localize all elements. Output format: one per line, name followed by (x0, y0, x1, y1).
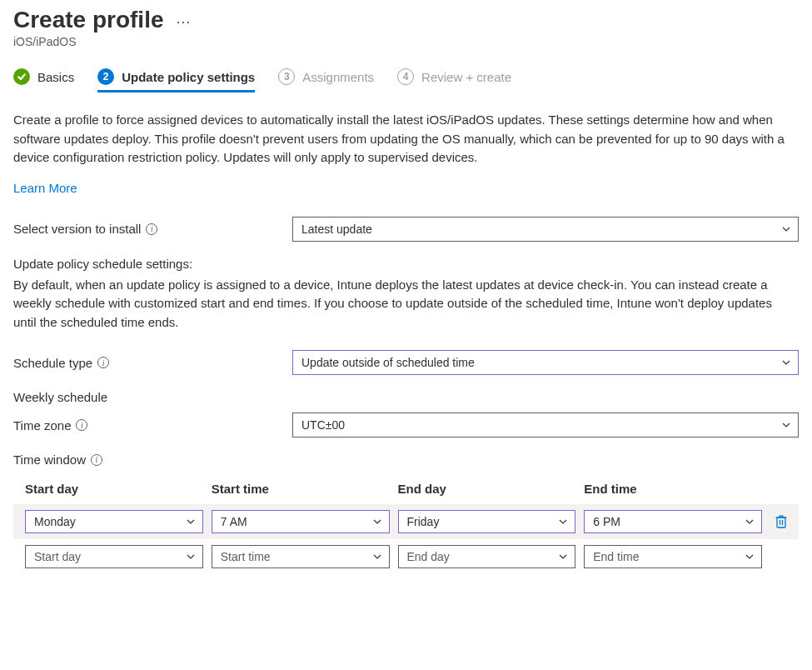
label-text: Time window (13, 452, 86, 467)
chevron-down-icon (781, 420, 791, 430)
info-icon[interactable]: i (97, 357, 109, 368)
select-value: 6 PM (593, 515, 620, 528)
select-placeholder: End time (593, 550, 639, 563)
schedule-settings-title: Update policy schedule settings: (13, 257, 799, 271)
tab-label: Review + create (421, 70, 511, 84)
select-value: Monday (34, 515, 76, 528)
tab-update-policy-settings[interactable]: 2 Update policy settings (97, 68, 255, 92)
chevron-down-icon (558, 517, 568, 527)
trash-icon (775, 514, 788, 529)
label-text: Select version to install (13, 222, 141, 236)
select-value: Latest update (301, 222, 372, 236)
select-placeholder: End day (407, 550, 450, 563)
chevron-down-icon (745, 552, 755, 562)
step-number-icon: 4 (397, 68, 414, 85)
check-icon (13, 68, 30, 85)
info-icon[interactable]: i (146, 223, 157, 235)
select-placeholder: Start time (221, 550, 271, 563)
more-actions-icon[interactable]: ⋯ (176, 9, 192, 31)
tab-label: Assignments (302, 70, 374, 84)
svg-rect-0 (777, 518, 785, 528)
tab-review-create[interactable]: 4 Review + create (397, 68, 511, 92)
info-icon[interactable]: i (91, 454, 102, 466)
label-text: Time zone (13, 418, 71, 432)
tab-assignments[interactable]: 3 Assignments (278, 68, 374, 92)
time-zone-dropdown[interactable]: UTC±00 (292, 412, 799, 438)
start-day-dropdown[interactable]: Start day (25, 545, 203, 568)
delete-row-button[interactable] (775, 514, 788, 529)
time-zone-label: Time zone i (13, 418, 292, 432)
select-value: Friday (407, 515, 440, 528)
start-time-dropdown[interactable]: Start time (212, 545, 390, 568)
page-title: Create profile (13, 7, 164, 33)
start-time-dropdown[interactable]: 7 AM (212, 510, 390, 533)
table-row: Start day Start time End day End time (13, 539, 799, 574)
info-icon[interactable]: i (76, 419, 87, 431)
time-window-table: Start day Start time End day End time Mo… (13, 482, 799, 574)
chevron-down-icon (372, 517, 382, 527)
chevron-down-icon (781, 224, 791, 234)
select-value: Update outside of scheduled time (301, 356, 475, 369)
tab-label: Basics (37, 70, 74, 84)
chevron-down-icon (186, 517, 196, 527)
select-value: UTC±00 (301, 418, 345, 432)
start-day-dropdown[interactable]: Monday (25, 510, 203, 533)
schedule-type-dropdown[interactable]: Update outside of scheduled time (292, 350, 799, 375)
end-day-dropdown[interactable]: Friday (398, 510, 576, 533)
chevron-down-icon (745, 517, 755, 527)
end-time-dropdown[interactable]: End time (584, 545, 762, 568)
col-header-end-time: End time (584, 482, 762, 496)
step-number-icon: 2 (97, 68, 114, 85)
end-day-dropdown[interactable]: End day (398, 545, 576, 568)
wizard-tabs: Basics 2 Update policy settings 3 Assign… (13, 68, 799, 92)
chevron-down-icon (781, 358, 791, 368)
description-text: Create a profile to force assigned devic… (13, 111, 796, 168)
step-number-icon: 3 (278, 68, 295, 85)
chevron-down-icon (186, 552, 196, 562)
learn-more-link[interactable]: Learn More (13, 181, 77, 195)
page-subtitle: iOS/iPadOS (13, 35, 799, 48)
chevron-down-icon (372, 552, 382, 562)
col-header-start-day: Start day (25, 482, 203, 496)
end-time-dropdown[interactable]: 6 PM (584, 510, 762, 533)
col-header-start-time: Start time (212, 482, 390, 496)
select-version-label: Select version to install i (13, 222, 292, 236)
schedule-settings-description: By default, when an update policy is ass… (13, 276, 796, 332)
chevron-down-icon (558, 552, 568, 562)
time-window-label: Time window i (13, 452, 799, 467)
label-text: Schedule type (13, 356, 92, 370)
select-value: 7 AM (221, 515, 247, 528)
select-version-dropdown[interactable]: Latest update (292, 217, 799, 242)
select-placeholder: Start day (34, 550, 81, 563)
tab-basics[interactable]: Basics (13, 68, 74, 92)
table-row: Monday 7 AM Friday 6 PM (13, 504, 799, 539)
weekly-schedule-title: Weekly schedule (13, 390, 799, 404)
schedule-type-label: Schedule type i (13, 356, 292, 370)
tab-label: Update policy settings (122, 70, 255, 84)
col-header-end-day: End day (398, 482, 576, 496)
